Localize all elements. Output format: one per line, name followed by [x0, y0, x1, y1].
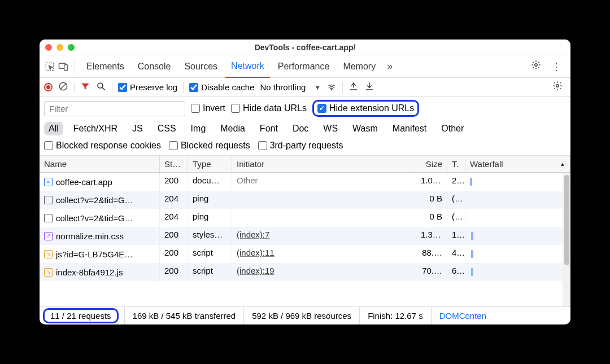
scrollbar-thumb[interactable]: [564, 175, 569, 265]
col-status[interactable]: St…: [160, 156, 188, 172]
row-name: coffee-cart.app: [56, 177, 112, 187]
export-har-icon[interactable]: [364, 81, 374, 93]
more-tabs-icon[interactable]: »: [384, 60, 396, 72]
table-row[interactable]: js?id=G-LB75G4E…200script(index):1188.…4…: [40, 245, 570, 263]
tab-sources[interactable]: Sources: [178, 56, 223, 77]
devtools-window: DevTools - coffee-cart.app/ Elements Con…: [40, 40, 570, 324]
css-file-icon: [44, 232, 53, 240]
third-party-checkbox[interactable]: 3rd-party requests: [258, 141, 343, 151]
svg-point-3: [535, 64, 538, 67]
row-name: collect?v=2&tid=G…: [56, 195, 133, 205]
row-time: (…: [447, 191, 465, 209]
row-time: 6..: [447, 263, 465, 281]
network-toolbar: Preserve log Disable cache No throttling…: [40, 78, 570, 97]
row-type: docu…: [188, 173, 232, 191]
type-chip-font[interactable]: Font: [255, 122, 282, 135]
blocked-requests-checkbox[interactable]: Blocked requests: [169, 141, 250, 151]
filter-icon[interactable]: [80, 81, 90, 93]
blocked-cookies-checkbox[interactable]: Blocked response cookies: [44, 141, 161, 151]
svg-rect-2: [64, 64, 68, 70]
table-row[interactable]: ≡coffee-cart.app200docu…Other1.0 …2..: [40, 173, 570, 191]
network-conditions-icon[interactable]: [326, 81, 337, 93]
filter-row: Invert Hide data URLs ✓ Hide extension U…: [40, 97, 570, 120]
transferred: 169 kB / 545 kB transferred: [125, 307, 245, 324]
svg-point-9: [556, 85, 559, 87]
type-chip-media[interactable]: Media: [216, 122, 250, 135]
device-toolbar-icon[interactable]: [58, 61, 69, 72]
preserve-log-checkbox[interactable]: Preserve log: [118, 82, 177, 92]
tab-elements[interactable]: Elements: [81, 56, 130, 77]
row-waterfall: [465, 173, 570, 191]
tab-console[interactable]: Console: [132, 56, 177, 77]
row-initiator: (index):19: [232, 263, 416, 281]
table-row[interactable]: index-8bfa4912.js200script(index):1970.……: [40, 263, 570, 281]
row-initiator: Other: [232, 173, 416, 191]
type-chip-all[interactable]: All: [44, 122, 63, 135]
network-settings-icon[interactable]: [549, 81, 566, 94]
traffic-lights: [45, 44, 75, 51]
search-icon[interactable]: [96, 81, 106, 93]
row-name: js?id=G-LB75G4E…: [56, 249, 133, 259]
initiator-link[interactable]: (index):11: [237, 248, 274, 257]
resources: 592 kB / 969 kB resources: [244, 307, 360, 324]
row-status: 200: [160, 227, 188, 245]
hide-data-urls-checkbox[interactable]: Hide data URLs: [231, 103, 307, 113]
close-icon[interactable]: [45, 44, 52, 51]
row-size: 0 B: [416, 209, 447, 227]
kebab-icon[interactable]: ⋮: [547, 60, 566, 73]
tab-memory[interactable]: Memory: [337, 56, 381, 77]
minimize-icon[interactable]: [56, 44, 63, 51]
col-waterfall[interactable]: Waterfall ▲: [465, 156, 570, 172]
settings-icon[interactable]: [528, 60, 544, 73]
table-row[interactable]: collect?v=2&tid=G…204ping0 B(…: [40, 209, 570, 227]
initiator-link[interactable]: (index):19: [237, 266, 274, 275]
throttling-select[interactable]: No throttling ▼: [260, 82, 321, 92]
type-chip-wasm[interactable]: Wasm: [348, 122, 382, 135]
col-size[interactable]: Size: [416, 156, 447, 172]
invert-checkbox[interactable]: Invert: [191, 103, 225, 113]
row-waterfall: [465, 245, 570, 263]
row-size: 0 B: [416, 191, 447, 209]
record-button[interactable]: [44, 83, 53, 91]
tab-network[interactable]: Network: [225, 55, 270, 78]
import-har-icon[interactable]: [348, 81, 359, 93]
hide-extension-urls-checkbox[interactable]: ✓ Hide extension URLs: [317, 103, 414, 113]
window-title: DevTools - coffee-cart.app/: [255, 43, 356, 52]
row-time: 4..: [447, 245, 465, 263]
table-row[interactable]: collect?v=2&tid=G…204ping0 B(…: [40, 191, 570, 209]
table-header: Name St… Type Initiator Size T. Waterfal…: [40, 156, 570, 173]
scrollbar-track: [563, 173, 570, 306]
row-waterfall: [465, 191, 570, 209]
row-type: ping: [188, 191, 232, 209]
table-row[interactable]: normalize.min.css200styles…(index):71.3 …: [40, 227, 570, 245]
row-type: script: [188, 245, 232, 263]
col-time[interactable]: T.: [447, 156, 465, 172]
type-chip-css[interactable]: CSS: [153, 122, 181, 135]
initiator-link[interactable]: (index):7: [237, 230, 269, 239]
zoom-icon[interactable]: [68, 44, 75, 51]
row-waterfall: [465, 227, 570, 245]
col-type[interactable]: Type: [188, 156, 232, 172]
type-chip-doc[interactable]: Doc: [288, 122, 313, 135]
row-name: index-8bfa4912.js: [56, 267, 123, 277]
type-chip-other[interactable]: Other: [437, 122, 468, 135]
filter-input[interactable]: [44, 101, 185, 116]
type-chip-ws[interactable]: WS: [319, 122, 342, 135]
disable-cache-label: Disable cache: [201, 82, 254, 92]
col-name[interactable]: Name: [40, 156, 160, 172]
col-initiator[interactable]: Initiator: [232, 156, 416, 172]
row-time: (…: [447, 209, 465, 227]
type-chip-manifest[interactable]: Manifest: [388, 122, 431, 135]
type-chip-img[interactable]: Img: [186, 122, 211, 135]
row-initiator: (index):7: [232, 227, 416, 245]
clear-button[interactable]: [58, 81, 68, 93]
disable-cache-checkbox[interactable]: Disable cache: [189, 82, 254, 92]
row-type: styles…: [188, 227, 232, 245]
type-chip-fetch-xhr[interactable]: Fetch/XHR: [69, 122, 122, 135]
type-chip-js[interactable]: JS: [128, 122, 147, 135]
tab-performance[interactable]: Performance: [272, 56, 336, 77]
inspect-icon[interactable]: [44, 61, 55, 72]
row-size: 70.…: [416, 263, 447, 281]
row-time: 2..: [447, 173, 465, 191]
requests-count: 11 / 21 requests: [50, 311, 111, 321]
